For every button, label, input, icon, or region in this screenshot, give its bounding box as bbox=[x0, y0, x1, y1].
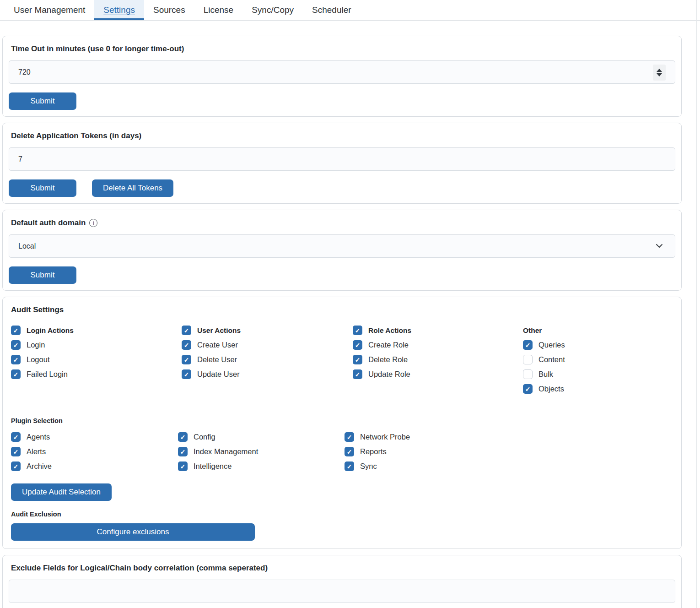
archive-checkbox[interactable] bbox=[11, 461, 21, 471]
auth-domain-selected-value: Local bbox=[9, 242, 36, 250]
checkbox-label: Content bbox=[538, 355, 565, 364]
plugin-selection-label: Plugin Selection bbox=[11, 417, 675, 424]
timeout-card: Time Out in minutes (use 0 for longer ti… bbox=[2, 36, 682, 117]
checkbox-label: Reports bbox=[360, 447, 387, 456]
alerts-checkbox[interactable] bbox=[11, 447, 21, 456]
agents-checkbox[interactable] bbox=[11, 432, 21, 442]
tokens-title: Delete Application Tokens (in days) bbox=[11, 131, 675, 141]
role-actions-checkbox[interactable] bbox=[353, 326, 362, 335]
checkbox-row: Create User bbox=[182, 340, 353, 350]
checkbox-row: Index Management bbox=[178, 447, 345, 456]
intelligence-checkbox[interactable] bbox=[178, 461, 188, 471]
objects-checkbox[interactable] bbox=[523, 384, 533, 394]
checkbox-row: Intelligence bbox=[178, 461, 345, 471]
plugin-selection-grid: Agents Alerts Archive Config I bbox=[11, 432, 675, 471]
tab-scheduler[interactable]: Scheduler bbox=[303, 0, 361, 20]
logout-checkbox[interactable] bbox=[11, 355, 21, 364]
page-right-divider bbox=[696, 0, 697, 608]
exclude-fields-title: Exclude Fields for Logical/Chain body co… bbox=[11, 564, 675, 573]
tab-settings[interactable]: Settings bbox=[94, 0, 144, 20]
checkbox-label: Config bbox=[194, 433, 215, 441]
checkbox-row: Objects bbox=[523, 384, 675, 394]
config-checkbox[interactable] bbox=[178, 432, 188, 442]
exclude-fields-card: Exclude Fields for Logical/Chain body co… bbox=[2, 555, 682, 608]
failed-login-checkbox[interactable] bbox=[11, 369, 21, 379]
index-management-checkbox[interactable] bbox=[178, 447, 188, 456]
checkbox-label: Delete User bbox=[197, 355, 237, 364]
checkbox-row: Login bbox=[11, 340, 182, 350]
info-icon[interactable]: i bbox=[89, 219, 97, 227]
delete-all-tokens-button[interactable]: Delete All Tokens bbox=[92, 179, 173, 197]
delete-role-checkbox[interactable] bbox=[353, 355, 362, 364]
chevron-down-icon bbox=[655, 241, 664, 252]
checkbox-label: Agents bbox=[27, 433, 50, 441]
checkbox-label: Intelligence bbox=[194, 462, 232, 471]
bulk-checkbox[interactable] bbox=[523, 369, 533, 379]
plugin-column-2: Config Index Management Intelligence bbox=[178, 432, 345, 471]
checkbox-row: Alerts bbox=[11, 447, 178, 456]
tokens-card: Delete Application Tokens (in days) Subm… bbox=[2, 123, 682, 204]
checkbox-row: Content bbox=[523, 355, 675, 364]
checkbox-row: Delete User bbox=[182, 355, 353, 364]
checkbox-label: Failed Login bbox=[27, 370, 68, 379]
spinner-up-icon[interactable] bbox=[657, 69, 662, 72]
user-actions-column: User Actions Create User Delete User Upd… bbox=[182, 326, 353, 394]
checkbox-row: Role Actions bbox=[353, 326, 523, 335]
exclude-fields-input[interactable] bbox=[9, 580, 675, 603]
tokens-input[interactable] bbox=[9, 148, 675, 170]
configure-exclusions-button[interactable]: Configure exclusions bbox=[11, 523, 255, 541]
number-spinner[interactable] bbox=[653, 65, 666, 81]
tab-license[interactable]: License bbox=[194, 0, 243, 20]
checkbox-label: Create User bbox=[197, 341, 238, 349]
checkbox-row: Logout bbox=[11, 355, 182, 364]
checkbox-label: Logout bbox=[27, 355, 49, 364]
tab-bar: User Management Settings Sources License… bbox=[0, 0, 700, 21]
checkbox-label: Update Role bbox=[368, 370, 410, 379]
checkbox-row: Sync bbox=[345, 461, 675, 471]
checkbox-label: Bulk bbox=[538, 370, 553, 379]
checkbox-row: Archive bbox=[11, 461, 178, 471]
queries-checkbox[interactable] bbox=[523, 340, 533, 350]
audit-settings-card: Audit Settings Login Actions Login Logou… bbox=[2, 297, 682, 549]
create-user-checkbox[interactable] bbox=[182, 340, 191, 350]
content-checkbox[interactable] bbox=[523, 355, 533, 364]
login-actions-column: Login Actions Login Logout Failed Login bbox=[11, 326, 182, 394]
other-header: Other bbox=[523, 326, 675, 335]
update-audit-selection-button[interactable]: Update Audit Selection bbox=[11, 483, 112, 501]
login-checkbox[interactable] bbox=[11, 340, 21, 350]
auth-domain-select[interactable]: Local bbox=[9, 234, 675, 258]
auth-domain-title-text: Default auth domain bbox=[11, 218, 86, 228]
plugin-column-3: Network Probe Reports Sync bbox=[345, 432, 675, 471]
role-actions-column: Role Actions Create Role Delete Role Upd… bbox=[353, 326, 523, 394]
tab-user-management[interactable]: User Management bbox=[5, 0, 94, 20]
checkbox-row: Reports bbox=[345, 447, 675, 456]
user-actions-checkbox[interactable] bbox=[182, 326, 191, 335]
spinner-down-icon[interactable] bbox=[657, 73, 662, 76]
update-role-checkbox[interactable] bbox=[353, 369, 362, 379]
checkbox-row: Config bbox=[178, 432, 345, 442]
tab-sync-copy[interactable]: Sync/Copy bbox=[242, 0, 303, 20]
timeout-input[interactable] bbox=[9, 61, 675, 83]
network-probe-checkbox[interactable] bbox=[345, 432, 354, 442]
tab-sources[interactable]: Sources bbox=[144, 0, 194, 20]
sync-checkbox[interactable] bbox=[345, 461, 354, 471]
tokens-input-wrap bbox=[9, 147, 675, 171]
group-header-label: Role Actions bbox=[368, 326, 411, 335]
update-user-checkbox[interactable] bbox=[182, 369, 191, 379]
timeout-title: Time Out in minutes (use 0 for longer ti… bbox=[11, 44, 675, 54]
checkbox-row: Create Role bbox=[353, 340, 523, 350]
checkbox-label: Queries bbox=[538, 341, 565, 349]
checkbox-row: Login Actions bbox=[11, 326, 182, 335]
delete-user-checkbox[interactable] bbox=[182, 355, 191, 364]
tokens-submit-button[interactable]: Submit bbox=[9, 179, 76, 197]
reports-checkbox[interactable] bbox=[345, 447, 354, 456]
checkbox-label: Update User bbox=[197, 370, 240, 379]
checkbox-label: Network Probe bbox=[360, 433, 410, 441]
checkbox-row: Bulk bbox=[523, 369, 675, 379]
create-role-checkbox[interactable] bbox=[353, 340, 362, 350]
login-actions-checkbox[interactable] bbox=[11, 326, 21, 335]
timeout-submit-button[interactable]: Submit bbox=[9, 92, 76, 110]
auth-domain-submit-button[interactable]: Submit bbox=[9, 266, 76, 284]
checkbox-row: Failed Login bbox=[11, 369, 182, 379]
checkbox-label: Archive bbox=[27, 462, 52, 471]
